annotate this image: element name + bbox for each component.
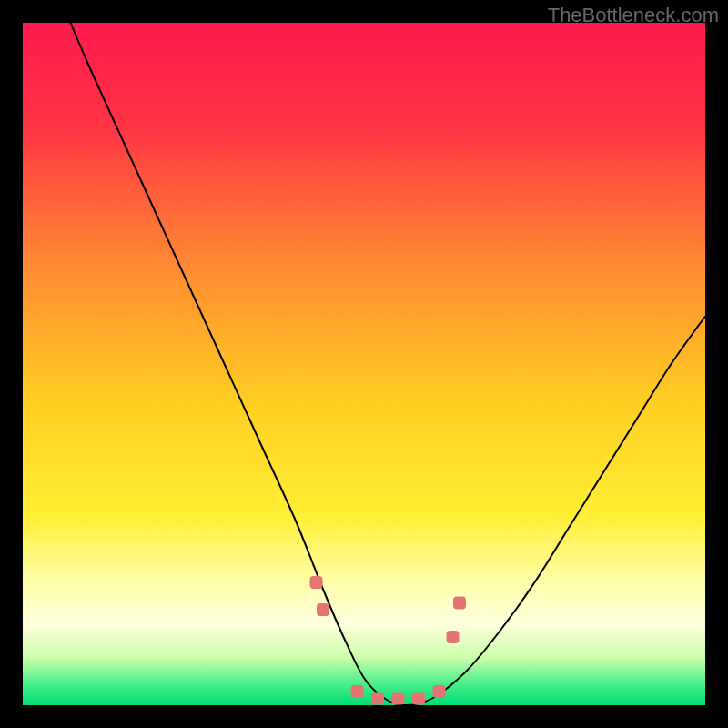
marker-point: [447, 631, 460, 643]
chart-plot-area: [23, 23, 705, 705]
chart-background: [23, 23, 705, 705]
marker-point: [310, 576, 323, 589]
marker-point: [351, 685, 364, 698]
marker-point: [392, 693, 405, 705]
marker-point: [371, 693, 384, 705]
chart-svg: [23, 23, 705, 705]
marker-point: [412, 693, 425, 705]
marker-point: [433, 685, 446, 698]
marker-point: [453, 597, 466, 610]
marker-point: [317, 603, 329, 616]
watermark-text: TheBottleneck.com: [548, 4, 719, 27]
